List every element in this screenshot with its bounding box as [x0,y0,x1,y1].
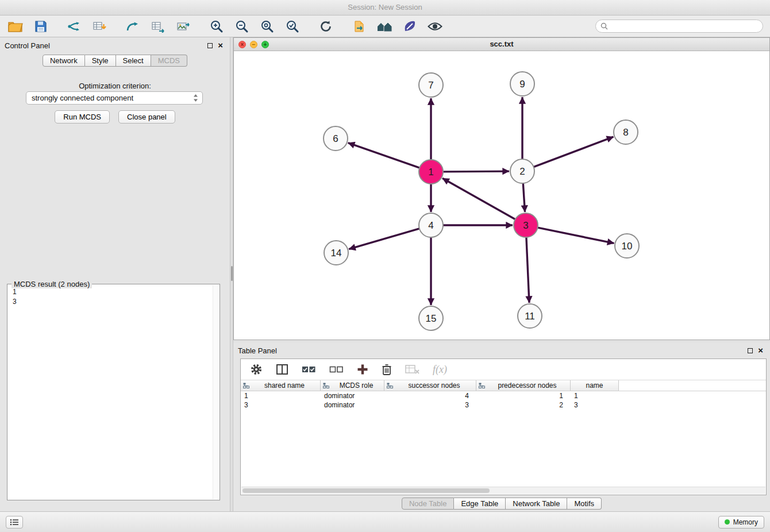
network-overview-icon[interactable] [376,18,393,35]
open-folder-glyph [8,20,23,33]
float-panel-icon[interactable] [207,43,213,48]
annotations-icon[interactable] [401,18,418,35]
zoom-in-icon[interactable] [208,18,225,35]
memory-status-icon [725,519,730,525]
refresh-layout-icon[interactable] [317,18,334,35]
deselect-all-icon[interactable] [329,364,344,375]
result-scrollbar[interactable] [213,285,219,499]
tab-style[interactable]: Style [85,55,116,67]
add-column-icon[interactable] [357,364,368,375]
table-row[interactable]: 3 dominator 3 2 3 [241,400,766,410]
split-view-icon[interactable] [276,364,288,375]
float-table-panel-icon[interactable] [748,348,753,353]
tab-edge-table[interactable]: Edge Table [454,498,506,510]
network-graph[interactable]: 7968124314101511 [234,52,769,340]
search-input[interactable] [595,20,763,33]
tab-network-table[interactable]: Network Table [506,498,567,510]
export-table-icon[interactable] [149,18,167,35]
column-header-mcds-role[interactable]: MCDS role [321,380,384,391]
network-node-3[interactable]: 3 [514,213,538,237]
clone-network-icon[interactable] [351,18,368,35]
network-node-2[interactable]: 2 [510,159,534,183]
open-folder-icon[interactable] [7,18,24,35]
column-header-name[interactable]: name [571,380,619,391]
save-icon[interactable] [32,18,49,35]
close-window-icon[interactable]: × [238,41,246,48]
cell-shared-name[interactable]: 1 [241,391,321,400]
zoom-selected-icon[interactable] [284,18,301,35]
task-history-button[interactable] [6,516,23,529]
cell-mcds-role[interactable]: dominator [321,400,384,410]
criterion-dropdown[interactable]: strongly connected component [26,91,203,105]
zoom-fit-glyph [260,20,274,33]
tab-network[interactable]: Network [43,55,85,67]
eye-glyph [428,21,442,32]
network-edge-1-2[interactable] [443,171,509,172]
network-window-title: scc.txt [490,40,513,48]
network-edge-1-6[interactable] [348,143,420,168]
export-image-icon[interactable] [175,18,192,35]
network-edge-3-1[interactable] [442,178,515,219]
export-network-icon[interactable] [124,18,141,35]
cell-predecessor-nodes[interactable]: 1 [476,391,571,400]
close-panel-icon[interactable]: × [218,42,223,49]
cell-successor-nodes[interactable]: 3 [384,400,476,410]
column-header-predecessor-nodes[interactable]: predecessor nodes [476,380,571,391]
minimize-window-icon[interactable]: − [250,41,257,48]
zoom-out-glyph [235,20,249,33]
network-node-14[interactable]: 14 [324,241,348,265]
network-edge-2-3[interactable] [523,183,525,212]
import-network-icon[interactable] [66,18,83,35]
scrollbar-thumb[interactable] [242,488,490,493]
cell-predecessor-nodes[interactable]: 2 [476,400,571,410]
network-edge-3-10[interactable] [538,228,614,243]
network-node-15[interactable]: 15 [419,306,443,330]
tab-node-table[interactable]: Node Table [402,498,455,510]
network-edge-3-11[interactable] [526,237,529,303]
network-node-7[interactable]: 7 [419,73,443,97]
export-network-glyph [126,20,140,33]
cell-successor-nodes[interactable]: 4 [384,391,476,400]
zoom-out-icon[interactable] [233,18,251,35]
table-horizontal-scrollbar[interactable] [241,487,765,494]
delete-table-icon [405,364,419,375]
node-label: 15 [426,313,437,324]
network-node-10[interactable]: 10 [615,234,639,258]
search-icon [600,22,608,32]
select-all-icon[interactable] [302,364,316,375]
table-row[interactable]: 1 dominator 4 1 1 [241,391,766,400]
maximize-window-icon[interactable]: + [261,41,269,48]
run-mcds-button[interactable]: Run MCDS [55,110,110,124]
network-node-1[interactable]: 1 [419,160,443,184]
tab-select[interactable]: Select [116,55,151,67]
network-edge-4-14[interactable] [349,229,419,249]
network-node-8[interactable]: 8 [614,120,638,144]
memory-button[interactable]: Memory [718,516,764,529]
zoom-fit-icon[interactable] [259,18,276,35]
cell-shared-name[interactable]: 3 [241,400,321,410]
splitter-handle[interactable] [231,266,233,281]
cell-name[interactable]: 3 [571,400,619,410]
tab-motifs[interactable]: Motifs [567,498,602,510]
export-table-glyph [151,20,165,33]
import-table-icon[interactable] [91,18,108,35]
show-graphics-details-icon[interactable] [426,18,444,35]
column-type-icon [243,383,249,388]
network-node-9[interactable]: 9 [510,72,534,96]
table-panel: Table Panel × [233,342,770,511]
column-header-successor-nodes[interactable]: successor nodes [384,380,476,391]
tab-mcds[interactable]: MCDS [151,55,187,67]
network-edge-2-8[interactable] [534,137,614,167]
network-canvas[interactable]: 7968124314101511 [234,52,769,340]
cell-mcds-role[interactable]: dominator [321,391,384,400]
network-node-11[interactable]: 11 [518,304,542,328]
close-table-panel-icon[interactable]: × [758,347,763,354]
column-header-shared-name[interactable]: shared name [241,380,321,391]
delete-column-icon[interactable] [382,364,392,376]
cell-name[interactable]: 1 [571,391,619,400]
close-panel-button[interactable]: Close panel [118,110,175,124]
network-node-4[interactable]: 4 [419,213,443,237]
table-settings-icon[interactable] [250,363,263,376]
network-node-6[interactable]: 6 [324,126,348,151]
mcds-result-box: MCDS result (2 nodes) 1 3 [7,284,220,500]
